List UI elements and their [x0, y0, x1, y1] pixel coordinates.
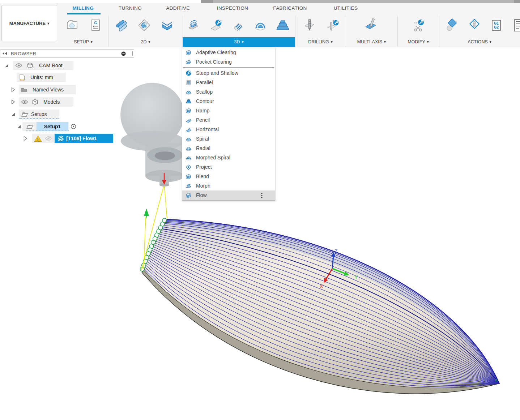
blend-icon — [186, 173, 192, 180]
tree-row-flow1[interactable]: [T108] Flow1 — [0, 134, 134, 143]
tree-label: Models — [43, 97, 60, 107]
2d-pocket-icon[interactable] — [136, 17, 152, 33]
scallop-icon[interactable] — [252, 17, 268, 33]
setup1-selected-label[interactable]: Setup1 — [37, 122, 68, 131]
new-setup-icon[interactable] — [64, 17, 80, 33]
chevron-down-icon — [329, 39, 333, 44]
more-options-icon[interactable] — [261, 193, 267, 199]
nc-program-icon[interactable]: G — [88, 17, 103, 33]
tree-label: Setups — [31, 110, 47, 119]
workspace-label: MANUFACTURE — [9, 21, 46, 26]
menu-item-adaptive-clearing[interactable]: Adaptive Clearing — [182, 48, 275, 57]
morph-icon — [186, 183, 192, 189]
menu-item-pencil[interactable]: Pencil — [182, 115, 275, 125]
menu-item-flow[interactable]: Flow — [182, 190, 275, 200]
expanded-arrow-icon[interactable] — [17, 124, 21, 129]
collapsed-arrow-icon[interactable] — [11, 87, 15, 92]
models-icon — [32, 99, 38, 105]
visibility-eye-icon[interactable] — [15, 63, 22, 68]
tab-inspection[interactable]: INSPECTION — [213, 4, 252, 13]
collapse-panel-icon[interactable] — [2, 51, 7, 56]
adaptive-clearing-icon — [186, 50, 192, 56]
remove-icon[interactable] — [121, 51, 126, 56]
drill-create-icon[interactable] — [325, 17, 341, 33]
tree-label: [T108] Flow1 — [66, 136, 97, 141]
active-tab-underline — [67, 13, 101, 14]
group-label-3d[interactable]: 3D — [183, 37, 295, 47]
group-label-drilling[interactable]: DRILLING — [295, 37, 346, 47]
collapsed-arrow-icon[interactable] — [23, 136, 27, 141]
collapsed-arrow-icon[interactable] — [11, 99, 15, 104]
svg-text:G2: G2 — [494, 25, 499, 29]
menu-item-scallop[interactable]: Scallop — [182, 87, 275, 97]
menu-item-contour[interactable]: Contour — [182, 97, 275, 106]
active-setup-target-icon[interactable] — [71, 124, 76, 129]
folder-icon — [21, 87, 27, 92]
flow-toolpath-icon — [57, 136, 64, 141]
menu-item-steep-and-shallow[interactable]: Steep and Shallow — [182, 68, 275, 78]
contour-icon — [186, 98, 192, 104]
multi-axis-swarf-icon[interactable] — [363, 17, 379, 33]
setup-sheet-icon[interactable] — [511, 17, 520, 33]
expanded-arrow-icon[interactable] — [4, 63, 9, 68]
expanded-arrow-icon[interactable] — [11, 112, 16, 117]
parallel-icon[interactable] — [230, 17, 246, 33]
visibility-eye-icon[interactable] — [21, 99, 28, 104]
group-label-multi-axis[interactable]: MULTI-AXIS — [346, 37, 397, 47]
visibility-off-eye-icon[interactable] — [45, 136, 52, 141]
svg-text:X: X — [320, 283, 323, 289]
post-process-icon[interactable] — [467, 17, 483, 33]
tree-row-setups[interactable]: Setups — [0, 110, 134, 119]
group-label-modify[interactable]: MODIFY — [397, 37, 439, 47]
tab-turning[interactable]: TURNING — [112, 4, 148, 13]
group-label-setup[interactable]: SETUP — [58, 37, 108, 47]
g1g2-icon[interactable]: G1G2 — [488, 17, 504, 33]
menu-item-morphed-spiral[interactable]: Morphed Spiral — [182, 153, 275, 162]
menu-item-blend[interactable]: Blend — [182, 172, 275, 181]
menu-item-parallel[interactable]: Parallel — [182, 78, 275, 87]
chevron-down-icon — [382, 39, 386, 44]
adaptive-clearing-icon[interactable] — [186, 17, 201, 33]
modify-toolpath-icon[interactable] — [411, 17, 427, 33]
workspace-switcher-button[interactable]: MANUFACTURE — [1, 5, 57, 41]
menu-item-morph[interactable]: Morph — [182, 181, 275, 190]
menu-item-pocket-clearing[interactable]: Pocket Clearing — [182, 57, 275, 67]
contour-icon[interactable] — [275, 17, 291, 33]
tree-label: Named Views — [33, 85, 64, 94]
menu-item-radial[interactable]: Radial — [182, 143, 275, 153]
ramp-icon — [186, 108, 192, 114]
project-icon — [186, 164, 192, 170]
pocket-clearing-icon — [186, 59, 192, 65]
tree-row-setup1[interactable]: Setup1 — [0, 122, 134, 131]
svg-text:Z: Z — [334, 248, 338, 254]
flow1-selected-operation[interactable]: [T108] Flow1 — [55, 134, 113, 143]
horizontal-icon — [186, 127, 192, 133]
menu-3d-dropdown: Adaptive Clearing Pocket Clearing Steep … — [182, 47, 275, 201]
parallel-icon — [186, 80, 192, 86]
tab-milling[interactable]: MILLING — [65, 4, 101, 13]
tree-row-models[interactable]: Models — [0, 97, 134, 107]
tab-additive[interactable]: ADDITIVE — [159, 4, 197, 13]
tab-utilities[interactable]: UTILITIES — [325, 4, 366, 13]
menu-item-horizontal[interactable]: Horizontal — [182, 125, 275, 134]
open-folder-icon — [26, 124, 33, 129]
group-label-2d[interactable]: 2D — [108, 37, 183, 47]
panel-grip[interactable] — [132, 51, 133, 56]
menu-item-project[interactable]: Project — [182, 162, 275, 172]
chevron-down-icon — [46, 21, 49, 26]
group-label-actions[interactable]: ACTIONS — [439, 37, 520, 47]
tree-row-named-views[interactable]: Named Views — [0, 85, 134, 94]
menu-item-ramp[interactable]: Ramp — [182, 106, 275, 115]
tree-row-cam-root[interactable]: CAM Root — [0, 61, 134, 70]
face-icon[interactable] — [159, 17, 175, 33]
tab-fabrication[interactable]: FABRICATION — [268, 4, 312, 13]
simulate-icon[interactable] — [444, 17, 460, 33]
morphed-spiral-icon — [186, 155, 192, 161]
2d-adaptive-icon[interactable] — [114, 17, 130, 33]
menu-item-spiral[interactable]: Spiral — [182, 134, 275, 143]
steep-and-shallow-icon[interactable] — [208, 17, 224, 33]
drill-icon[interactable] — [302, 17, 317, 33]
tree-row-units[interactable]: Units: mm — [0, 73, 134, 82]
steep-and-shallow-icon — [186, 70, 192, 76]
svg-text:G1: G1 — [494, 21, 499, 25]
